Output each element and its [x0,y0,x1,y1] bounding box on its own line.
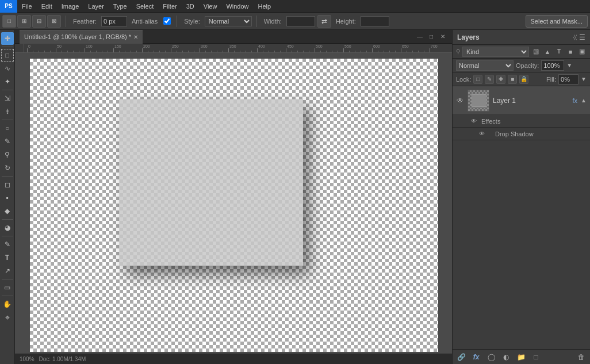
doc-tab[interactable]: Untitled-1 @ 100% (Layer 1, RGB/8) * ✕ [20,30,143,44]
opacity-input[interactable] [541,60,564,71]
lasso-tool-btn[interactable]: ∿ [1,62,14,75]
subtract-selection-btn[interactable]: ⊟ [32,15,46,28]
tab-close-btn[interactable]: ✕ [438,32,447,41]
hand-tool-btn[interactable]: ✋ [1,298,14,311]
menu-bar: PS File Edit Image Layer Type Select Fil… [0,0,590,13]
style-select[interactable]: Normal Fixed Ratio Fixed Size [205,16,252,26]
opacity-arrow[interactable]: ▼ [566,62,572,68]
tool-sep-6 [2,236,13,236]
menu-view[interactable]: View [199,2,222,11]
menu-select[interactable]: Select [132,2,159,11]
text-tool-btn[interactable]: T [1,251,14,264]
panel-collapse-left-btn[interactable]: 〈〈 [573,34,577,41]
layer-visibility-btn[interactable]: 👁 [456,97,464,105]
shape-filter-btn[interactable]: ■ [566,47,575,56]
lock-all-btn[interactable]: 🔒 [519,75,528,84]
tool-sep-3 [2,120,13,120]
tool-sep-1 [2,47,13,47]
add-layer-style-btn[interactable]: fx [470,351,482,363]
feather-label: Feather: [71,18,99,25]
kind-select[interactable]: Kind Name Effect Mode Attribute Color Sm… [462,47,529,57]
effects-visibility-btn[interactable]: 👁 [470,117,478,125]
menu-type[interactable]: Type [109,2,132,11]
smart-filter-btn[interactable]: ▣ [577,47,587,56]
drop-shadow-item[interactable]: 👁 Drop Shadow [453,128,590,140]
layer-content [119,99,303,266]
tool-sep-5 [2,219,13,220]
tab-maximize-btn[interactable]: □ [427,32,436,41]
blend-mode-select[interactable]: Normal Dissolve Multiply Screen Overlay [456,60,514,71]
blur-tool-btn[interactable]: ◆ [1,205,14,217]
path-selection-tool-btn[interactable]: ↗ [1,265,14,277]
lock-image-btn[interactable]: ✎ [485,75,494,84]
healing-tool-btn[interactable]: ○ [1,122,14,135]
height-input[interactable] [361,16,389,26]
add-selection-btn[interactable]: ⊞ [17,15,31,28]
eraser-tool-btn[interactable]: ◻ [1,178,14,191]
main-layout: ✚ □ ∿ ✦ ⇲ ⤈ ○ ✎ ⚲ ↻ ◻ ▪ ◆ ◕ ✎ T ↗ ▭ ✋ ⌖ … [0,30,590,364]
select-mask-button[interactable]: Select and Mask... [526,15,588,28]
swap-dimensions-btn[interactable]: ⇄ [317,15,331,28]
brush-tool-btn[interactable]: ✎ [1,135,14,148]
fill-arrow[interactable]: ▼ [581,76,587,82]
delete-layer-btn[interactable]: 🗑 [575,351,588,363]
tool-sep-4 [2,176,13,177]
history-tool-btn[interactable]: ↻ [1,162,14,174]
link-layers-btn[interactable]: 🔗 [455,351,468,363]
tab-minimize-btn[interactable]: — [415,32,424,41]
tools-panel: ✚ □ ∿ ✦ ⇲ ⤈ ○ ✎ ⚲ ↻ ◻ ▪ ◆ ◕ ✎ T ↗ ▭ ✋ ⌖ [0,30,15,364]
new-group-btn[interactable]: 📁 [515,351,527,363]
feather-input[interactable] [101,16,127,26]
effects-group: 👁 Effects 👁 Drop Shadow [453,115,590,140]
lock-label: Lock: [456,76,471,83]
height-label: Height: [334,18,358,25]
anti-alias-checkbox[interactable] [163,17,171,25]
shape-tool-btn[interactable]: ▭ [1,281,14,294]
document-tab: Untitled-1 @ 100% (Layer 1, RGB/8) * ✕ —… [15,30,452,44]
menu-items: File Edit Image Layer Type Select Filter… [17,2,275,11]
menu-edit[interactable]: Edit [37,2,57,11]
menu-filter[interactable]: Filter [158,2,181,11]
menu-3d[interactable]: 3D [182,2,199,11]
drop-shadow-visibility-btn[interactable]: 👁 [478,130,486,138]
panel-menu-btn[interactable]: ☰ [579,33,585,41]
menu-help[interactable]: Help [254,2,276,11]
layer-fx-btn[interactable]: fx [573,97,578,104]
menu-image[interactable]: Image [57,2,84,11]
gradient-tool-btn[interactable]: ▪ [1,191,14,204]
adjustment-filter-btn[interactable]: ▲ [543,47,552,56]
dodge-tool-btn[interactable]: ◕ [1,221,14,234]
layer-name: Layer 1 [493,97,569,105]
layer-item-1[interactable]: 👁 Layer 1 fx ▲ [453,86,590,115]
pen-tool-btn[interactable]: ✎ [1,238,14,251]
fill-input[interactable] [558,74,578,85]
new-layer-btn[interactable]: □ [530,351,542,363]
new-selection-btn[interactable]: □ [2,15,16,28]
new-adjustment-btn[interactable]: ◐ [500,351,512,363]
doc-tab-close-btn[interactable]: ✕ [133,34,138,40]
anti-alias-label: Anti-alias [129,18,160,25]
eyedropper-tool-btn[interactable]: ⤈ [1,105,14,118]
pixel-filter-btn[interactable]: ▧ [531,47,541,56]
layer-bottom-bar: 🔗 fx ◯ ◐ 📁 □ 🗑 [453,349,590,364]
marquee-tool-btn[interactable]: □ [1,49,14,62]
zoom-tool-btn[interactable]: ⌖ [1,311,14,324]
menu-file[interactable]: File [17,2,37,11]
doc-info: Doc: 1.00M/1.34M [39,356,86,362]
clone-tool-btn[interactable]: ⚲ [1,148,14,161]
add-mask-btn[interactable]: ◯ [485,351,497,363]
crop-tool-btn[interactable]: ⇲ [1,92,14,105]
tool-sep-2 [2,90,13,90]
move-tool-btn[interactable]: ✚ [1,32,14,45]
magic-wand-tool-btn[interactable]: ✦ [1,75,14,88]
intersect-selection-btn[interactable]: ⊠ [47,15,61,28]
lock-pixels-btn[interactable]: □ [473,75,482,84]
lock-artboard-btn[interactable]: ■ [508,75,517,84]
lock-position-btn[interactable]: ✚ [496,75,505,84]
layer-effects-arrow[interactable]: ▲ [581,97,587,104]
width-input[interactable] [286,16,315,26]
type-filter-btn[interactable]: T [554,47,564,56]
menu-window[interactable]: Window [221,2,253,11]
menu-layer[interactable]: Layer [83,2,109,11]
style-label: Style: [182,18,202,25]
